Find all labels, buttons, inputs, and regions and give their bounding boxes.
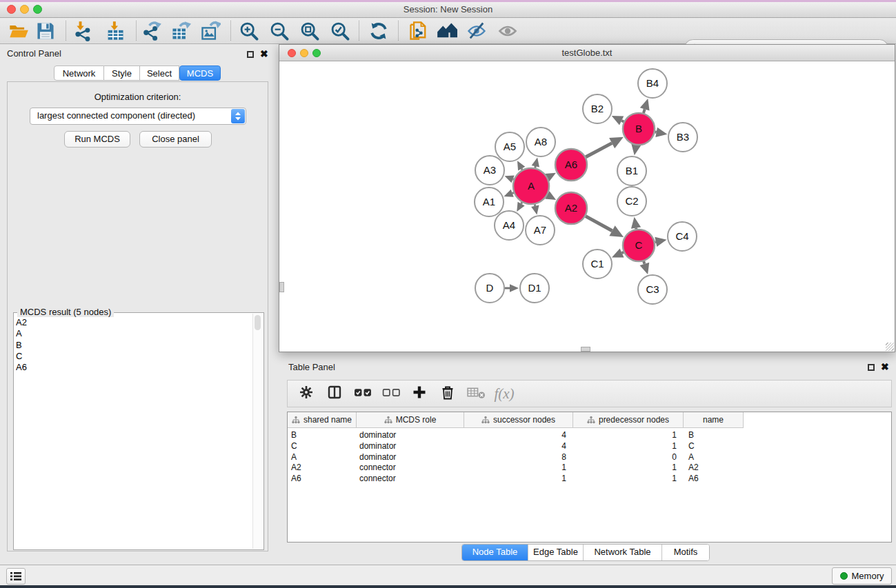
tab-node-table[interactable]: Node Table: [462, 545, 528, 560]
export-image-button[interactable]: [200, 21, 221, 41]
mcds-result-item[interactable]: C: [16, 351, 252, 362]
add-row-button[interactable]: [410, 385, 428, 402]
table-cell[interactable]: A: [688, 452, 694, 463]
table-cell[interactable]: connector: [359, 473, 396, 484]
table-cell[interactable]: 1: [573, 473, 677, 484]
mcds-result-list[interactable]: A2ABCA6: [16, 317, 252, 547]
node-C1[interactable]: C1: [583, 250, 612, 278]
table-cell[interactable]: dominator: [359, 440, 396, 452]
birdseye-splitter-handle[interactable]: [279, 282, 284, 292]
node-C2[interactable]: C2: [617, 187, 646, 216]
zoom-fit-button[interactable]: [299, 21, 320, 41]
table-cell[interactable]: B: [291, 429, 297, 440]
node-A2[interactable]: A2: [555, 192, 587, 224]
node-B1[interactable]: B1: [617, 156, 646, 185]
node-A8[interactable]: A8: [526, 128, 555, 156]
task-history-button[interactable]: [6, 568, 26, 585]
tab-select[interactable]: Select: [140, 65, 179, 81]
save-session-button[interactable]: [35, 21, 56, 41]
column-header-MCDS-role[interactable]: MCDS role: [357, 412, 464, 428]
column-header-successor-nodes[interactable]: successor nodes: [464, 412, 573, 428]
table-cell[interactable]: A6: [688, 473, 699, 484]
edge-A-A1[interactable]: [512, 193, 514, 194]
table-cell[interactable]: 1: [573, 440, 677, 452]
table-cell[interactable]: 1: [464, 462, 566, 473]
table-cell[interactable]: 0: [573, 452, 677, 463]
open-session-button[interactable]: [8, 21, 29, 41]
node-C3[interactable]: C3: [638, 275, 667, 304]
edge-A-A4[interactable]: [521, 203, 522, 204]
edge-A-A5[interactable]: [521, 169, 522, 170]
tab-style[interactable]: Style: [104, 65, 140, 81]
table-panel-close-button[interactable]: ✖: [881, 363, 889, 371]
node-D1[interactable]: D1: [520, 274, 549, 303]
control-panel-close-button[interactable]: ✖: [260, 50, 268, 58]
node-B3[interactable]: B3: [668, 123, 697, 152]
tab-network[interactable]: Network: [54, 65, 104, 81]
node-A7[interactable]: A7: [526, 216, 555, 245]
bottom-splitter-handle[interactable]: [581, 347, 590, 352]
tab-edge-table[interactable]: Edge Table: [528, 545, 583, 560]
edge-C-C3[interactable]: [644, 261, 644, 264]
zoom-out-button[interactable]: [269, 21, 290, 41]
node-A6[interactable]: A6: [555, 149, 587, 181]
network-graph[interactable]: B4B2BB3A8A5A6A3B1AA1C2A2A4A7CC4C1C3DD1: [279, 61, 895, 352]
node-C[interactable]: C: [623, 230, 655, 261]
mcds-result-item[interactable]: A: [16, 328, 252, 339]
node-B[interactable]: B: [623, 113, 655, 145]
table-cell[interactable]: 1: [464, 473, 566, 484]
node-D[interactable]: D: [475, 274, 504, 303]
table-cell[interactable]: B: [688, 429, 694, 440]
home-button[interactable]: [437, 21, 457, 41]
table-cell[interactable]: dominator: [359, 429, 396, 440]
network-canvas[interactable]: B4B2BB3A8A5A6A3B1AA1C2A2A4A7CC4C1C3DD1: [279, 61, 895, 352]
node-A4[interactable]: A4: [495, 211, 524, 240]
edge-A2-C[interactable]: [586, 216, 612, 231]
table-cell[interactable]: 1: [573, 462, 677, 473]
apply-layout-button[interactable]: [368, 21, 389, 41]
delete-column-button[interactable]: [439, 385, 457, 402]
tab-network-table[interactable]: Network Table: [583, 545, 661, 560]
zoom-in-button[interactable]: [239, 21, 259, 41]
zoom-selected-button[interactable]: [330, 21, 350, 41]
mcds-result-item[interactable]: A6: [16, 362, 252, 373]
table-cell[interactable]: C: [291, 440, 297, 452]
table-cell[interactable]: connector: [359, 462, 396, 473]
node-A5[interactable]: A5: [495, 132, 524, 161]
table-cell[interactable]: C: [688, 440, 695, 452]
close-panel-button[interactable]: Close panel: [139, 131, 212, 148]
control-panel-float-button[interactable]: [247, 51, 254, 58]
table-cell[interactable]: dominator: [359, 452, 396, 463]
edge-B-B4[interactable]: [644, 109, 645, 113]
node-B2[interactable]: B2: [583, 94, 612, 123]
show-all-button[interactable]: [497, 21, 518, 41]
node-A3[interactable]: A3: [475, 156, 504, 185]
network-file-button[interactable]: [408, 21, 429, 41]
table-cell[interactable]: 8: [464, 452, 566, 463]
table-cell[interactable]: A6: [291, 473, 301, 484]
select-all-button[interactable]: [354, 385, 372, 402]
table-cell[interactable]: 4: [464, 440, 566, 452]
node-B4[interactable]: B4: [638, 69, 667, 98]
column-header-predecessor-nodes[interactable]: predecessor nodes: [573, 412, 684, 428]
mcds-result-item[interactable]: A2: [16, 317, 252, 328]
memory-button[interactable]: Memory: [832, 567, 892, 585]
split-view-button[interactable]: [326, 385, 344, 402]
node-C4[interactable]: C4: [668, 222, 697, 251]
mcds-result-scrollbar[interactable]: [252, 314, 263, 549]
tab-motifs[interactable]: Motifs: [661, 545, 709, 560]
import-network-button[interactable]: [72, 21, 93, 41]
table-panel-float-button[interactable]: [868, 364, 875, 371]
tab-mcds[interactable]: MCDS: [179, 65, 221, 81]
table-cell[interactable]: 1: [573, 429, 677, 440]
table-cell[interactable]: 4: [464, 429, 566, 440]
hide-selected-button[interactable]: [466, 21, 487, 41]
deselect-all-button[interactable]: [382, 385, 400, 402]
mcds-result-item[interactable]: B: [16, 340, 252, 351]
run-mcds-button[interactable]: Run MCDS: [64, 131, 130, 148]
table-cell[interactable]: A: [291, 452, 297, 463]
export-network-button[interactable]: [141, 21, 162, 41]
settings-button[interactable]: [297, 385, 315, 402]
edge-A6-B[interactable]: [586, 143, 612, 157]
edge-B-B2[interactable]: [621, 121, 624, 122]
